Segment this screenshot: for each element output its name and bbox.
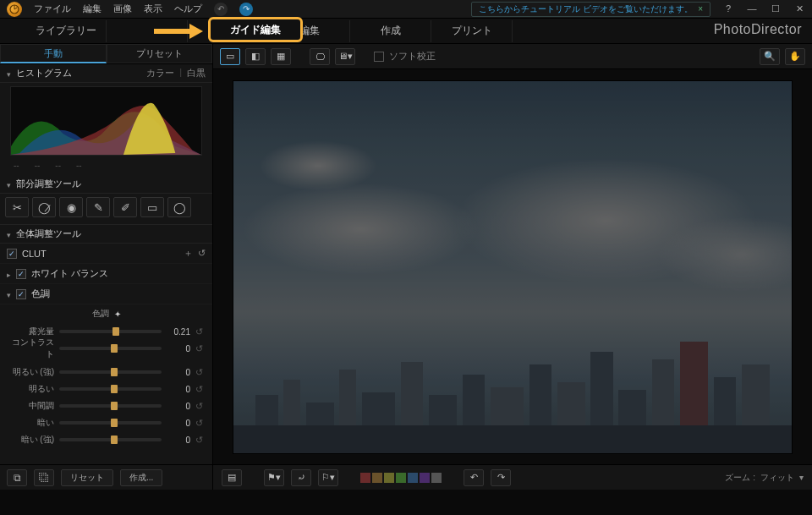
paste-settings-icon[interactable]: ⿻: [34, 469, 54, 486]
flag-pick-icon[interactable]: ⚐▾: [318, 469, 338, 486]
subtab-preset[interactable]: プリセット: [107, 44, 213, 63]
module-print[interactable]: プリント: [431, 20, 513, 42]
color-swatch[interactable]: [420, 473, 430, 483]
histogram-header[interactable]: ヒストグラム カラー | 白黒: [0, 64, 212, 83]
brand-label: PhotoDirector: [714, 22, 802, 37]
window-minimize-icon[interactable]: —: [746, 3, 758, 15]
slider-reset-icon[interactable]: ↺: [195, 343, 206, 354]
window-close-icon[interactable]: ✕: [793, 3, 805, 15]
brush-tool-icon[interactable]: ✎: [86, 197, 110, 217]
callout-arrow-icon: [152, 22, 203, 45]
pan-tool-icon[interactable]: ✋: [785, 48, 805, 65]
slider-label: 中間調: [7, 400, 54, 412]
histogram-mode-color[interactable]: カラー: [146, 67, 174, 79]
menu-edit[interactable]: 編集: [83, 3, 102, 15]
checkbox-icon[interactable]: ✓: [16, 289, 26, 299]
tone-slider-2[interactable]: 明るい (強)0↺: [7, 364, 206, 381]
history-redo-icon[interactable]: ↷: [491, 469, 511, 486]
reset-button[interactable]: リセット: [61, 469, 113, 486]
slider-track[interactable]: [59, 330, 162, 333]
local-tools-header[interactable]: 部分調整ツール: [0, 175, 212, 194]
global-tools-header[interactable]: 全体調整ツール: [0, 225, 212, 244]
menu-file[interactable]: ファイル: [34, 3, 71, 15]
slider-reset-icon[interactable]: ↺: [195, 418, 206, 429]
redo-button[interactable]: ↷: [239, 3, 253, 16]
view-compare-icon[interactable]: ◧: [245, 48, 266, 65]
checkbox-icon[interactable]: [374, 52, 384, 62]
tone-slider-5[interactable]: 暗い0↺: [7, 414, 206, 431]
slider-reset-icon[interactable]: ↺: [195, 326, 206, 337]
filmstrip-toggle-icon[interactable]: ▤: [222, 469, 242, 486]
radial-mask-icon[interactable]: ◯: [167, 197, 191, 217]
color-swatch[interactable]: [408, 473, 418, 483]
local-tools-title: 部分調整ツール: [16, 178, 81, 190]
monitor-dropdown-icon[interactable]: 🖥▾: [335, 48, 355, 65]
slider-track[interactable]: [59, 438, 162, 441]
softproof-toggle[interactable]: ソフト校正: [374, 50, 436, 63]
redeye-tool-icon[interactable]: ◉: [59, 197, 83, 217]
window-maximize-icon[interactable]: ☐: [770, 3, 782, 15]
app-logo: [7, 2, 22, 17]
spot-tool-icon[interactable]: ◯̷: [32, 197, 56, 217]
slider-reset-icon[interactable]: ↺: [195, 384, 206, 395]
adj-wb-label: ホワイト バランス: [31, 267, 108, 280]
adj-whitebalance[interactable]: ✓ ホワイト バランス: [0, 264, 212, 284]
checkbox-icon[interactable]: ✓: [7, 249, 17, 259]
secondary-display-icon[interactable]: 🖵: [310, 48, 330, 65]
slider-track[interactable]: [59, 347, 162, 350]
slider-value: 0: [167, 344, 190, 353]
view-single-icon[interactable]: ▭: [220, 48, 240, 65]
slider-track[interactable]: [59, 404, 162, 408]
chevron-down-icon: [7, 68, 11, 79]
slider-reset-icon[interactable]: ↺: [195, 435, 206, 446]
module-create[interactable]: 作成: [350, 20, 431, 42]
tone-slider-3[interactable]: 明るい0↺: [7, 381, 206, 397]
color-swatch[interactable]: [372, 473, 382, 483]
copy-settings-icon[interactable]: ⧉: [7, 469, 27, 486]
slider-reset-icon[interactable]: ↺: [195, 367, 206, 378]
reset-icon[interactable]: ↺: [198, 248, 206, 259]
menu-help[interactable]: ヘルプ: [174, 3, 202, 15]
slider-value: 0: [167, 402, 190, 411]
subtab-manual[interactable]: 手動: [0, 44, 107, 63]
image-canvas[interactable]: [233, 81, 792, 453]
view-grid-icon[interactable]: ▦: [271, 48, 291, 65]
crop-tool-icon[interactable]: ✂: [5, 197, 29, 217]
undo-button[interactable]: ↶: [214, 3, 228, 16]
rect-mask-icon[interactable]: ▭: [140, 197, 164, 217]
slider-track[interactable]: [59, 387, 162, 391]
module-library[interactable]: ライブラリー: [25, 20, 107, 42]
color-swatch[interactable]: [396, 473, 406, 483]
zoom-value[interactable]: フィット: [760, 472, 794, 484]
tutorial-banner[interactable]: こちらからチュートリアル ビデオをご覧いただけます。 ×: [471, 2, 710, 17]
rating-flag-icon[interactable]: ⚑▾: [264, 469, 284, 486]
chevron-down-icon[interactable]: ▾: [799, 473, 804, 482]
tone-slider-6[interactable]: 暗い (強)0↺: [7, 431, 206, 448]
auto-tone-icon[interactable]: ✦: [114, 310, 121, 319]
history-undo-icon[interactable]: ↶: [464, 469, 484, 486]
menu-image[interactable]: 画像: [113, 3, 132, 15]
color-swatch[interactable]: [431, 473, 442, 483]
zoom-tool-icon[interactable]: 🔍: [760, 48, 780, 65]
pen-tool-icon[interactable]: ✐: [113, 197, 137, 217]
tone-slider-1[interactable]: コントラスト0↺: [7, 340, 206, 357]
slider-track[interactable]: [59, 370, 162, 374]
module-guide-edit[interactable]: ガイド編集: [208, 17, 303, 42]
rotate-icon[interactable]: ⤾: [291, 469, 311, 486]
menu-view[interactable]: 表示: [144, 3, 162, 15]
color-swatch[interactable]: [360, 473, 370, 483]
histogram-mode-bw[interactable]: 白黒: [187, 67, 206, 79]
create-preset-button[interactable]: 作成...: [120, 469, 162, 486]
color-swatch[interactable]: [384, 473, 394, 483]
adj-clut-label: CLUT: [22, 249, 47, 259]
checkbox-icon[interactable]: ✓: [16, 269, 26, 279]
tutorial-close-icon[interactable]: ×: [698, 4, 703, 14]
slider-reset-icon[interactable]: ↺: [195, 401, 206, 412]
color-label-swatches[interactable]: [360, 473, 442, 483]
slider-track[interactable]: [59, 421, 162, 425]
adj-clut[interactable]: ✓ CLUT ＋ ↺: [0, 244, 212, 264]
help-icon[interactable]: ?: [722, 3, 734, 15]
tone-slider-4[interactable]: 中間調0↺: [7, 397, 206, 414]
add-icon[interactable]: ＋: [184, 247, 193, 260]
adj-tone[interactable]: ✓ 色調: [0, 284, 212, 304]
